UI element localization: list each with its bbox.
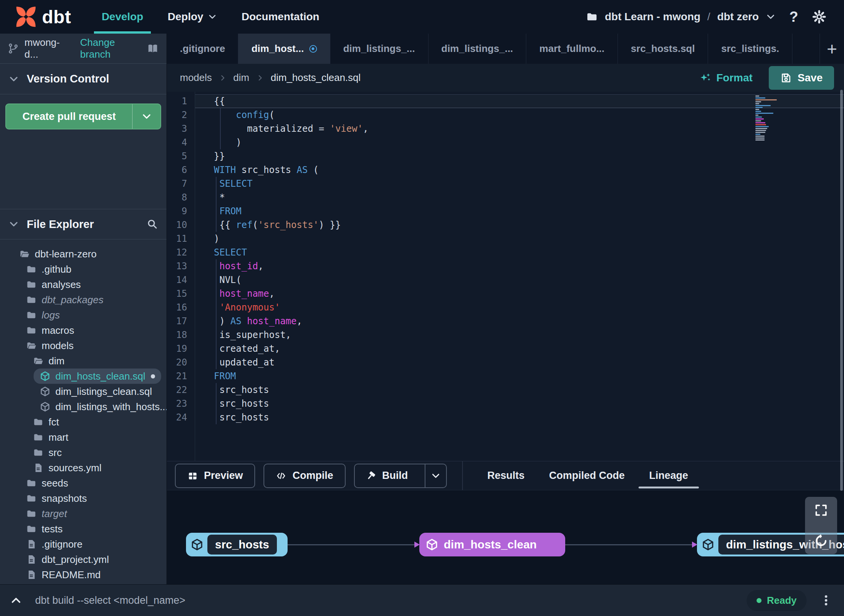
breadcrumb-dim[interactable]: dim xyxy=(233,72,249,84)
code-line-content[interactable]: 'Anonymous' xyxy=(195,301,844,314)
editor-tab-dim-listings[interactable]: dim_listings_... xyxy=(428,34,527,64)
code-line-content[interactable]: ) xyxy=(195,232,844,246)
code-line-content[interactable]: SELECT xyxy=(195,246,844,259)
lineage-node-dim-hosts-clean[interactable]: dim_hosts_clean xyxy=(419,533,565,556)
command-text[interactable]: dbt build --select <model_name> xyxy=(35,595,185,606)
build-button-main[interactable]: Build xyxy=(355,464,419,487)
code-editor[interactable]: 1{{2 config(3 materialized = 'view',4 )5… xyxy=(167,92,844,461)
editor-scrollbar[interactable] xyxy=(840,90,843,491)
account-project-switcher[interactable]: dbt Learn - mwong / dbt zero xyxy=(586,11,776,23)
tree-item-dim[interactable]: dim xyxy=(0,353,167,369)
tree-item-models[interactable]: models xyxy=(0,338,167,353)
version-control-header[interactable]: Version Control xyxy=(0,64,167,94)
reset-view-icon[interactable] xyxy=(814,534,828,548)
gear-icon[interactable] xyxy=(812,10,826,24)
build-dropdown[interactable] xyxy=(425,464,446,487)
code-line-content[interactable]: {{ xyxy=(195,94,844,108)
tree-item-target[interactable]: target xyxy=(0,506,167,521)
tree-item-logs[interactable]: logs xyxy=(0,307,167,323)
code-line-content[interactable]: SELECT xyxy=(195,177,844,191)
nav-develop[interactable]: Develop xyxy=(94,0,151,34)
tree-item-fct[interactable]: fct xyxy=(0,414,167,430)
tree-item-dim-listings-with-hosts[interactable]: dim_listings_with_hosts... xyxy=(0,399,167,414)
lineage-node-src-hosts[interactable]: src_hosts xyxy=(186,533,288,556)
code-line-content[interactable]: FROM xyxy=(195,369,844,383)
nav-documentation[interactable]: Documentation xyxy=(234,0,327,34)
tree-item-snapshots[interactable]: snapshots xyxy=(0,491,167,506)
code-line-content[interactable]: FROM xyxy=(195,204,844,218)
tree-item-tests[interactable]: tests xyxy=(0,521,167,537)
code-line-content[interactable]: config( xyxy=(195,108,844,122)
breadcrumb-file[interactable]: dim_hosts_clean.sql xyxy=(271,72,361,84)
save-button[interactable]: Save xyxy=(769,66,834,90)
tree-item-seeds[interactable]: seeds xyxy=(0,475,167,491)
compile-button[interactable]: Compile xyxy=(264,464,346,488)
tab-compiled-code[interactable]: Compiled Code xyxy=(549,461,625,490)
lineage-graph[interactable]: src_hostsdim_hosts_cleandim_listings_wit… xyxy=(167,490,844,584)
tree-item-dbt-project-yml[interactable]: dbt_project.yml xyxy=(0,552,167,567)
tab-lineage[interactable]: Lineage xyxy=(649,461,688,490)
code-line-content[interactable]: src_hosts xyxy=(195,397,844,411)
search-icon[interactable] xyxy=(147,218,158,230)
code-line-content[interactable]: host_name, xyxy=(195,287,844,301)
minimap-line xyxy=(755,132,765,133)
code-line-content[interactable]: NVL( xyxy=(195,273,844,287)
editor-tab-src-listings[interactable]: src_listings. xyxy=(708,34,792,64)
breadcrumb: models dim dim_hosts_clean.sql xyxy=(180,72,361,84)
code-line-content[interactable]: * xyxy=(195,191,844,204)
tree-item-github[interactable]: .github xyxy=(0,262,167,277)
create-pull-request-label[interactable]: Create pull request xyxy=(6,104,132,129)
tree-item-dbt-packages[interactable]: dbt_packages xyxy=(0,292,167,307)
code-line-content[interactable]: ) AS host_name, xyxy=(195,314,844,328)
editor-tab-src-hosts-sql[interactable]: src_hosts.sql xyxy=(618,34,708,64)
help-button[interactable]: ? xyxy=(789,9,798,25)
code-line-content[interactable]: src_hosts xyxy=(195,383,844,397)
file-explorer-header[interactable]: File Explorer xyxy=(0,209,167,239)
tab-results[interactable]: Results xyxy=(487,461,525,490)
nav-deploy[interactable]: Deploy xyxy=(160,0,225,34)
code-line-3: 3 materialized = 'view', xyxy=(167,122,844,136)
fullscreen-icon[interactable] xyxy=(814,503,828,517)
tree-item-sources-yml[interactable]: sources.yml xyxy=(0,460,167,475)
code-line-content[interactable]: ) xyxy=(195,136,844,149)
editor-tab-dim-host[interactable]: dim_host... xyxy=(238,34,330,64)
code-line-content[interactable]: is_superhost, xyxy=(195,328,844,342)
chevron-up-icon[interactable] xyxy=(10,594,22,606)
editor-tab-gitignore[interactable]: .gitignore xyxy=(167,34,238,64)
build-button[interactable]: Build xyxy=(354,464,447,488)
code-line-content[interactable]: }} xyxy=(195,149,844,163)
preview-button[interactable]: Preview xyxy=(175,464,255,488)
tree-item-dim-hosts-clean-sql[interactable]: dim_hosts_clean.sql xyxy=(34,369,161,384)
code-line-content[interactable]: src_hosts xyxy=(195,411,844,424)
code-line-20: 20 updated_at xyxy=(167,356,844,369)
chevron-right-icon xyxy=(219,74,226,82)
code-line-content[interactable]: host_id, xyxy=(195,259,844,273)
create-pull-request-dropdown[interactable] xyxy=(132,104,160,129)
tree-item-src[interactable]: src xyxy=(0,445,167,460)
tree-item-mart[interactable]: mart xyxy=(0,430,167,445)
editor-tab-mart-fullmo[interactable]: mart_fullmo... xyxy=(526,34,618,64)
code-line-content[interactable]: materialized = 'view', xyxy=(195,122,844,136)
format-button[interactable]: Format xyxy=(694,68,759,88)
tree-item-analyses[interactable]: analyses xyxy=(0,277,167,292)
code-line-content[interactable]: created_at, xyxy=(195,342,844,356)
tree-item-label: macros xyxy=(42,325,74,336)
tree-item-dim-listings-clean-sql[interactable]: dim_listings_clean.sql xyxy=(0,384,167,399)
tree-item-dbt-learn-zero[interactable]: dbt-learn-zero xyxy=(0,246,167,262)
create-pull-request-button[interactable]: Create pull request xyxy=(5,103,161,129)
change-branch-link[interactable]: Change branch xyxy=(80,37,141,60)
tree-item-readme-md[interactable]: README.md xyxy=(0,567,167,582)
save-icon xyxy=(780,72,792,84)
breadcrumb-models[interactable]: models xyxy=(180,72,212,84)
book-icon[interactable] xyxy=(147,42,159,55)
code-line-content[interactable]: WITH src_hosts AS ( xyxy=(195,163,844,177)
new-tab-button[interactable]: + xyxy=(820,34,844,64)
editor-minimap[interactable] xyxy=(755,95,779,141)
kebab-menu-icon[interactable] xyxy=(820,594,833,607)
editor-tab-dim-listings[interactable]: dim_listings_... xyxy=(330,34,428,64)
code-line-content[interactable]: {{ ref('src_hosts') }} xyxy=(195,218,844,232)
tree-item-macros[interactable]: macros xyxy=(0,323,167,338)
code-line-content[interactable]: updated_at xyxy=(195,356,844,369)
tree-item-gitignore[interactable]: .gitignore xyxy=(0,537,167,552)
dbt-logo[interactable]: dbt xyxy=(15,0,71,34)
